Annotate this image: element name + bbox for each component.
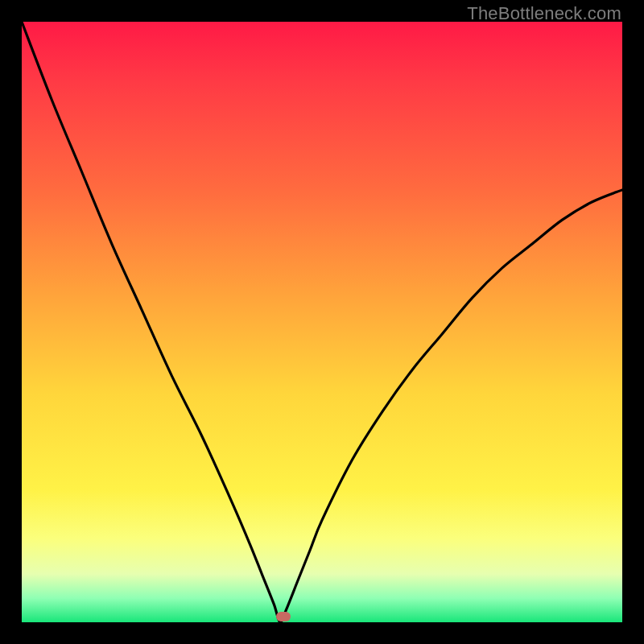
optimal-marker <box>276 612 291 621</box>
chart-plot-area <box>22 22 622 622</box>
bottleneck-curve <box>22 22 622 622</box>
chart-frame: TheBottleneck.com <box>0 0 644 644</box>
watermark-text: TheBottleneck.com <box>467 3 621 24</box>
